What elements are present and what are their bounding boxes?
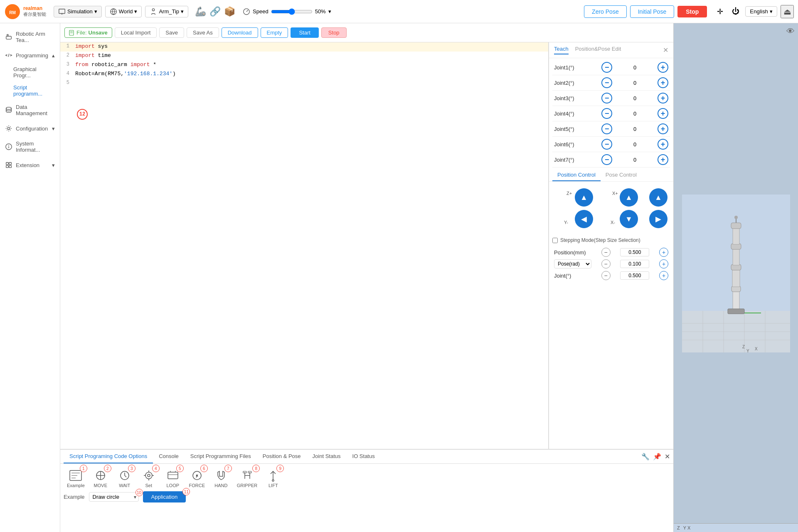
x-plus-btn[interactable]: ▲ bbox=[620, 188, 638, 207]
sidebar-item-system-info[interactable]: System Informat... bbox=[0, 136, 60, 157]
bottom-tool-icon-2[interactable]: 📌 bbox=[653, 453, 661, 461]
joint6-plus-btn[interactable]: + bbox=[658, 139, 668, 150]
joint2-plus-btn[interactable]: + bbox=[658, 77, 668, 88]
application-button[interactable]: Application bbox=[143, 491, 186, 502]
sidebar-item-data-mgmt[interactable]: Data Management bbox=[0, 100, 60, 121]
svg-line-9 bbox=[8, 54, 9, 57]
arm-tip-icon bbox=[150, 8, 157, 15]
save-as-button[interactable]: Save As bbox=[187, 27, 219, 38]
tab-pose-control[interactable]: Pose Control bbox=[601, 169, 642, 181]
tab-position-pose[interactable]: Position & Pose bbox=[257, 450, 307, 463]
stepping-checkbox[interactable] bbox=[552, 238, 558, 243]
joint3-plus-btn[interactable]: + bbox=[658, 93, 668, 103]
joint2-minus-btn[interactable]: − bbox=[601, 77, 612, 88]
initial-pose-button[interactable]: Initial Pose bbox=[630, 5, 674, 18]
position-minus-btn[interactable]: − bbox=[601, 248, 611, 257]
joint4-minus-btn[interactable]: − bbox=[601, 108, 612, 119]
sidebar: Robotic Arm Tea... Programming ▴ Graphic… bbox=[0, 23, 60, 532]
code-opt-lift[interactable]: LIFT 9 bbox=[261, 466, 285, 490]
power-icon-btn[interactable]: ⏻ bbox=[729, 5, 742, 18]
sidebar-item-programming[interactable]: Programming ▴ bbox=[0, 47, 60, 63]
position-input[interactable] bbox=[620, 248, 649, 256]
joint1-minus-btn[interactable]: − bbox=[601, 62, 612, 73]
y-plus-btn[interactable]: ▶ bbox=[649, 210, 667, 228]
code-opt-loop[interactable]: LOOP 5 bbox=[161, 466, 185, 490]
tab-pose-edit[interactable]: Position&Pose Edit bbox=[575, 46, 621, 54]
joint-step-input[interactable] bbox=[620, 271, 649, 280]
joint5-plus-btn[interactable]: + bbox=[658, 123, 668, 134]
stop-toolbar-button[interactable]: Stop bbox=[321, 27, 347, 38]
pose-input[interactable] bbox=[620, 260, 649, 268]
logout-button[interactable]: ⏏ bbox=[781, 5, 794, 18]
code-opt-force[interactable]: F FORCE 6 bbox=[185, 466, 209, 490]
logo-text: realman 睿尔曼智能 bbox=[23, 5, 46, 17]
speed-icon bbox=[243, 8, 250, 15]
robot-3d-view: Z Y X bbox=[674, 23, 798, 523]
start-button[interactable]: Start bbox=[291, 27, 318, 38]
tab-script-code-options[interactable]: Script Programing Code Options bbox=[64, 450, 153, 463]
code-opt-wait[interactable]: WAIT 3 bbox=[113, 466, 136, 490]
joint3-minus-btn[interactable]: − bbox=[601, 93, 612, 103]
sidebar-item-configuration[interactable]: Configuration ▾ bbox=[0, 121, 60, 136]
code-opt-gripper[interactable]: GRIPPER 8 bbox=[234, 466, 261, 490]
tab-console[interactable]: Console bbox=[153, 450, 185, 463]
stop-header-button[interactable]: Stop bbox=[677, 6, 707, 17]
z-plus-btn[interactable]: ▲ bbox=[575, 188, 593, 207]
joint7-minus-btn[interactable]: − bbox=[601, 154, 612, 165]
tab-io-status[interactable]: IO Status bbox=[347, 450, 381, 463]
save-button[interactable]: Save bbox=[159, 27, 184, 38]
joint1-plus-btn[interactable]: + bbox=[658, 62, 668, 73]
joint4-plus-btn[interactable]: + bbox=[658, 108, 668, 119]
sidebar-item-script[interactable]: Script programm... bbox=[8, 81, 60, 100]
code-opt-set[interactable]: Set 4 bbox=[137, 466, 160, 490]
tab-teach[interactable]: Teach bbox=[554, 46, 569, 54]
sidebar-label-data-mgmt: Data Management bbox=[16, 104, 55, 116]
tab-joint-status[interactable]: Joint Status bbox=[307, 450, 347, 463]
joint-row-7: Joint7(°) − 0 + bbox=[552, 152, 670, 167]
pose-minus-btn[interactable]: − bbox=[601, 259, 611, 268]
example-select[interactable]: Draw circle bbox=[89, 492, 139, 502]
realman-logo: RM bbox=[4, 3, 21, 20]
pose-plus-btn[interactable]: + bbox=[659, 259, 668, 268]
code-editor[interactable]: 1 import sys 2 import time 3 from roboti… bbox=[60, 42, 549, 449]
joint-step-plus-btn[interactable]: + bbox=[659, 271, 668, 280]
sidebar-item-graphical[interactable]: Graphical Progr... bbox=[8, 63, 60, 81]
empty-button[interactable]: Empty bbox=[261, 27, 288, 38]
control-tabs: Position Control Pose Control bbox=[549, 169, 673, 182]
joint-step-minus-btn[interactable]: − bbox=[601, 271, 611, 280]
arm-tip-dropdown-btn[interactable]: Arm_Tip ▾ bbox=[145, 6, 188, 17]
joint6-minus-btn[interactable]: − bbox=[601, 139, 612, 150]
right-panel-close-btn[interactable]: ✕ bbox=[663, 46, 668, 54]
language-button[interactable]: English ▾ bbox=[745, 6, 777, 17]
bottom-tool-icon-1[interactable]: 🔧 bbox=[641, 453, 650, 461]
download-button[interactable]: Download bbox=[222, 27, 258, 38]
simulation-mode-btn[interactable]: Simulation ▾ bbox=[54, 6, 102, 17]
speed-slider[interactable] bbox=[271, 8, 313, 15]
robot-arm-3d-svg: Z Y X bbox=[682, 195, 790, 352]
robot-arm-icon bbox=[5, 33, 12, 41]
z-minus-btn[interactable]: ▲ bbox=[649, 188, 667, 207]
cross-icon-btn[interactable]: ✛ bbox=[714, 5, 726, 18]
code-opt-move[interactable]: MOVE 2 bbox=[89, 466, 112, 490]
tab-position-control[interactable]: Position Control bbox=[552, 169, 601, 181]
sidebar-item-extension[interactable]: Extension ▾ bbox=[0, 157, 60, 173]
position-plus-btn[interactable]: + bbox=[659, 248, 668, 257]
code-opt-example[interactable]: Example 1 bbox=[64, 466, 88, 490]
joint7-plus-btn[interactable]: + bbox=[658, 154, 668, 165]
world-dropdown-btn[interactable]: World ▾ bbox=[105, 6, 142, 17]
zero-pose-button[interactable]: Zero Pose bbox=[584, 5, 627, 18]
programming-arrow-icon: ▴ bbox=[52, 52, 55, 59]
eye-icon[interactable]: 👁 bbox=[786, 27, 795, 36]
svg-point-28 bbox=[145, 472, 152, 479]
tab-script-files[interactable]: Script Programming Files bbox=[185, 450, 257, 463]
joint5-minus-btn[interactable]: − bbox=[601, 123, 612, 134]
local-import-button[interactable]: Local Import bbox=[115, 27, 157, 38]
sidebar-item-robotic-arm[interactable]: Robotic Arm Tea... bbox=[0, 27, 60, 47]
pose-select[interactable]: Pose(rad) bbox=[554, 259, 591, 268]
x-minus-btn[interactable]: ▼ bbox=[620, 210, 638, 228]
code-opt-hand[interactable]: HAND 7 bbox=[209, 466, 233, 490]
bottom-close-icon[interactable]: ✕ bbox=[665, 453, 670, 461]
y-minus-btn[interactable]: ◀ bbox=[575, 210, 593, 228]
file-button[interactable]: File: Unsave bbox=[64, 27, 112, 38]
gripper-icon bbox=[240, 469, 255, 482]
